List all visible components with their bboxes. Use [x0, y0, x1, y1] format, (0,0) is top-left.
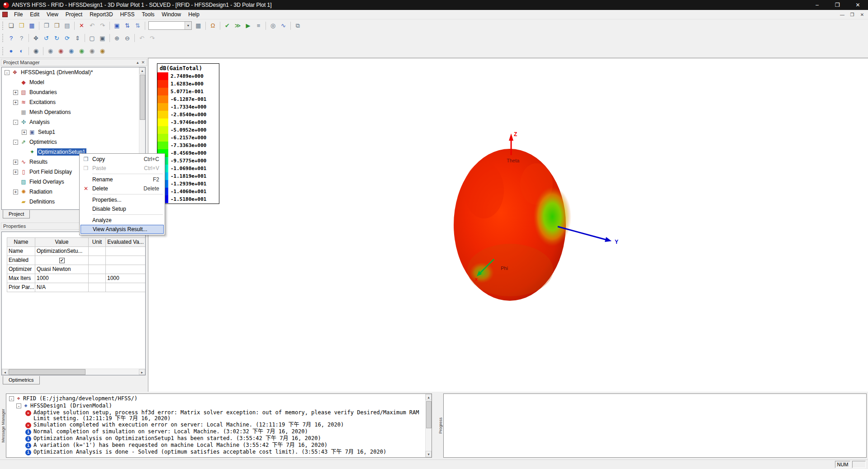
chevron-down-icon[interactable]: ▼ [185, 22, 191, 29]
fit-selection-icon[interactable]: ▣ [98, 33, 107, 43]
menu-edit[interactable]: Edit [26, 10, 43, 19]
scroll-thumb[interactable] [140, 75, 145, 120]
previous-view-icon[interactable]: ↶ [137, 33, 147, 43]
scroll-thumb[interactable] [426, 401, 432, 428]
tab-optimetrics[interactable]: Optimetrics [3, 376, 40, 384]
tree-expand-toggle[interactable]: - [9, 396, 14, 401]
fit-all-icon[interactable]: ▢ [87, 33, 97, 43]
rotate-around-screen-icon[interactable]: ⟳ [62, 33, 72, 43]
context-menu-item-paste[interactable]: ❒PasteCtrl+V [81, 164, 164, 173]
enabled-checkbox[interactable]: ✔ [59, 258, 65, 263]
tree-expand-toggle[interactable]: + [22, 130, 27, 135]
scroll-left-button[interactable]: ◄ [2, 369, 8, 375]
rotate-around-model-icon[interactable]: ↺ [42, 33, 51, 43]
menu-window[interactable]: Window [158, 10, 185, 19]
move-down-icon[interactable]: ⇅ [133, 21, 142, 30]
new-project-icon[interactable]: ❏ [6, 21, 16, 30]
progress-strip[interactable]: Progress [437, 392, 443, 460]
message-error[interactable]: ✕Adaptive solution setup, process hf3d e… [8, 410, 424, 422]
context-menu-item-disable-setup[interactable]: Disable Setup [81, 204, 164, 213]
tree-expand-toggle[interactable]: + [13, 170, 18, 175]
scroll-thumb[interactable] [9, 369, 85, 375]
message-info[interactable]: iOptimization Analysis on OptimizationSe… [8, 436, 424, 442]
mdi-close-button[interactable]: ✕ [859, 12, 865, 17]
context-menu-item-delete[interactable]: ✕DeleteDelete [81, 184, 164, 193]
redo-icon[interactable]: ↷ [98, 21, 107, 30]
next-view-icon[interactable]: ↷ [147, 33, 157, 43]
tree-expand-toggle[interactable]: + [13, 100, 18, 105]
project-variables-icon[interactable]: Ω [208, 21, 218, 30]
save-icon[interactable]: ▦ [27, 21, 37, 30]
print-icon[interactable]: ▤ [62, 21, 72, 30]
menu-tools[interactable]: Tools [138, 10, 158, 19]
tree-item-mesh-operations[interactable]: ▦Mesh Operations [2, 107, 145, 117]
menu-help[interactable]: Help [185, 10, 203, 19]
tree-item-excitations[interactable]: +≋Excitations [2, 97, 145, 107]
tree-item-setup1[interactable]: +▣Setup1 [2, 127, 145, 137]
context-menu-item-copy[interactable]: ❐CopyCtrl+C [81, 155, 164, 164]
dynamic-zoom-icon[interactable]: ⇕ [73, 33, 82, 43]
scroll-down-button[interactable]: ▼ [426, 451, 432, 457]
menu-view[interactable]: View [43, 10, 62, 19]
message-info[interactable]: iA variation (k='1') has been requested … [8, 442, 424, 449]
show-rays-icon[interactable]: ◉ [98, 46, 107, 56]
property-value[interactable]: 1000 [35, 274, 89, 283]
paste-icon[interactable]: ❒ [52, 21, 62, 30]
show-fields-icon[interactable]: ◉ [77, 46, 86, 56]
undo-icon[interactable]: ↶ [87, 21, 97, 30]
solution-data-icon[interactable]: ≡ [254, 21, 263, 30]
delete-icon[interactable]: ✕ [77, 21, 86, 30]
context-menu-item-analyze[interactable]: Analyze [81, 216, 164, 225]
wireframe-view-icon[interactable]: ◐ [17, 46, 26, 56]
autohide-icon[interactable]: ▴ [137, 60, 139, 65]
message-project-row[interactable]: -❖RFID (E:/jjzhang/development/HFSS/) [8, 395, 424, 402]
properties-hscrollbar[interactable]: ◄ ► [2, 369, 145, 375]
tree-item-model[interactable]: ◆Model [2, 77, 145, 87]
copy-icon[interactable]: ❐ [42, 21, 51, 30]
context-menu-item-view-analysis-result[interactable]: View Analysis Result... [81, 225, 164, 234]
copy-image-icon[interactable]: ⧉ [293, 21, 303, 30]
toolbar-grip[interactable] [2, 34, 4, 42]
move-up-icon[interactable]: ⇅ [123, 21, 132, 30]
scroll-up-button[interactable]: ▲ [426, 394, 432, 400]
message-info[interactable]: iNormal completion of simulation on serv… [8, 429, 424, 435]
tree-item-hfssdesign1-drivenmodal[interactable]: -❖HFSSDesign1 (DrivenModal)* [2, 67, 145, 77]
tree-item-optimetrics[interactable]: -⇗Optimetrics [2, 137, 145, 147]
message-design-row[interactable]: -◈HFSSDesign1 (DrivenModal) [8, 402, 424, 409]
open-project-icon[interactable]: ❒ [17, 21, 26, 30]
visibility-icon[interactable]: ◉ [31, 46, 41, 56]
close-panel-icon[interactable]: ✕ [141, 60, 145, 65]
context-menu-item-properties[interactable]: Properties... [81, 195, 164, 204]
resize-grip[interactable] [852, 461, 866, 468]
tree-item-analysis[interactable]: -✣Analysis [2, 117, 145, 127]
show-boundaries-icon[interactable]: ◉ [56, 46, 66, 56]
scroll-right-button[interactable]: ► [139, 369, 145, 375]
tree-expand-toggle[interactable]: + [13, 160, 18, 165]
toolbar-grip[interactable] [2, 47, 4, 55]
tree-expand-toggle[interactable]: - [5, 70, 9, 75]
pan-icon[interactable]: ✥ [31, 33, 41, 43]
report-view-3d-polar-plot[interactable]: Z Theta Y Phi x dB(GainTotal) 2.7489e+00… [148, 58, 868, 392]
submit-job-icon[interactable]: ▶ [243, 21, 253, 30]
close-button[interactable]: ✕ [848, 0, 868, 10]
message-manager-strip[interactable]: Message Manager [0, 392, 6, 460]
analyze-all-icon[interactable]: ≫ [233, 21, 242, 30]
show-mesh-icon[interactable]: ◉ [87, 46, 97, 56]
mdi-restore-button[interactable]: ❐ [849, 12, 855, 17]
tree-expand-toggle[interactable]: - [13, 140, 18, 145]
menu-file[interactable]: File [10, 10, 26, 19]
menu-hfss[interactable]: HFSS [117, 10, 138, 19]
rotate-around-axis-icon[interactable]: ↻ [52, 33, 62, 43]
property-value[interactable]: N/A [35, 283, 89, 292]
scroll-up-button[interactable]: ▲ [139, 67, 145, 74]
menu-project[interactable]: Project [62, 10, 86, 19]
tree-expand-toggle[interactable]: - [13, 120, 18, 125]
toolbar-grip[interactable] [2, 22, 4, 30]
design-variations-icon[interactable]: ▦ [194, 21, 203, 30]
help-pointer-icon[interactable]: ? [6, 33, 16, 43]
zoom-out-icon[interactable]: ⊖ [123, 33, 132, 43]
message-info[interactable]: iOptimization Analysis is done - Solved … [8, 449, 424, 455]
mdi-minimize-button[interactable]: — [839, 12, 845, 17]
message-error[interactable]: ✕Simulation completed with execution err… [8, 422, 424, 428]
solid-view-icon[interactable]: ● [6, 46, 16, 56]
